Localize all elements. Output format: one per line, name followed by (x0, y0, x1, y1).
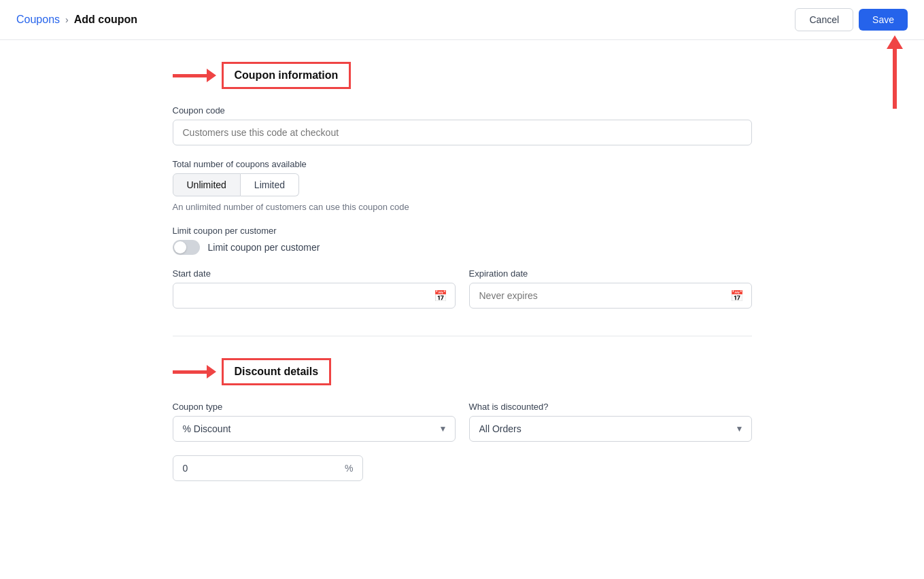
limit-toggle-row: Limit coupon per customer (173, 240, 752, 255)
breadcrumb-separator: › (65, 14, 69, 25)
what-discounted-label: What is discounted? (469, 402, 752, 412)
expiration-date-group: Expiration date 📅 (469, 268, 752, 309)
discount-details-section: Discount details Coupon type % Discount … (173, 358, 752, 481)
arrow-up-line (893, 41, 897, 109)
what-discounted-select[interactable]: All Orders Specific Products Specific Ca… (469, 416, 752, 442)
discount-section-title: Discount details (222, 358, 332, 385)
up-arrow-indicator (893, 41, 897, 109)
discount-type-row: Coupon type % Discount $ Discount Free S… (173, 402, 752, 442)
coupons-toggle-group: Unlimited Limited (173, 173, 752, 196)
coupon-arrow-indicator (173, 69, 216, 82)
coupon-type-label: Coupon type (173, 402, 456, 412)
arrow-head (207, 69, 216, 82)
breadcrumb-coupons-link[interactable]: Coupons (16, 14, 60, 26)
arrow-up-head (887, 35, 903, 49)
unlimited-hint: An unlimited number of customers can use… (173, 202, 752, 212)
start-date-group: Start date 📅 (173, 268, 456, 309)
breadcrumb: Coupons › Add coupon (16, 14, 137, 26)
start-date-input[interactable] (173, 283, 456, 309)
header-actions: Cancel Save (795, 8, 908, 31)
limited-button[interactable]: Limited (241, 173, 299, 196)
discount-section-heading-row: Discount details (173, 358, 752, 385)
what-discounted-select-wrapper: All Orders Specific Products Specific Ca… (469, 416, 752, 442)
total-coupons-label: Total number of coupons available (173, 159, 752, 169)
start-date-wrapper: 📅 (173, 283, 456, 309)
expiration-date-label: Expiration date (469, 268, 752, 279)
date-row: Start date 📅 Expiration date 📅 (173, 268, 752, 309)
discount-arrow-body (173, 370, 207, 374)
main-content: Coupon information Coupon code Total num… (156, 40, 768, 530)
arrow-body (173, 74, 207, 77)
limit-per-customer-toggle[interactable] (173, 240, 200, 255)
coupon-type-select[interactable]: % Discount $ Discount Free Shipping (173, 416, 456, 442)
coupon-section-title: Coupon information (222, 62, 352, 89)
discount-value-group: % (173, 455, 752, 481)
coupon-type-label-group: Coupon type % Discount $ Discount Free S… (173, 402, 752, 442)
coupon-type-group: Coupon type % Discount $ Discount Free S… (173, 402, 456, 442)
coupon-code-group: Coupon code (173, 105, 752, 145)
coupon-code-input[interactable] (173, 120, 752, 145)
limit-toggle-label: Limit coupon per customer (208, 242, 320, 253)
page-header: Coupons › Add coupon Cancel Save (0, 0, 924, 40)
unlimited-button[interactable]: Unlimited (173, 173, 241, 196)
limit-per-customer-label: Limit coupon per customer (173, 226, 752, 236)
cancel-button[interactable]: Cancel (795, 8, 853, 31)
what-discounted-group: What is discounted? All Orders Specific … (469, 402, 752, 442)
discount-arrow-head (207, 365, 216, 379)
percent-symbol: % (345, 463, 353, 474)
page-title: Add coupon (74, 14, 137, 26)
section-divider (173, 336, 752, 336)
coupon-information-section: Coupon information Coupon code Total num… (173, 62, 752, 309)
limit-per-customer-group: Limit coupon per customer Limit coupon p… (173, 226, 752, 255)
total-coupons-group: Total number of coupons available Unlimi… (173, 159, 752, 212)
save-button[interactable]: Save (859, 9, 908, 31)
expiration-date-wrapper: 📅 (469, 283, 752, 309)
discount-value-wrapper: % (173, 455, 363, 481)
coupon-type-select-wrapper: % Discount $ Discount Free Shipping ▼ (173, 416, 456, 442)
coupon-code-label: Coupon code (173, 105, 752, 116)
start-date-label: Start date (173, 268, 456, 279)
expiration-date-input[interactable] (469, 283, 752, 309)
discount-value-input[interactable] (173, 455, 363, 481)
coupon-section-heading-row: Coupon information (173, 62, 752, 89)
discount-arrow-indicator (173, 365, 216, 379)
